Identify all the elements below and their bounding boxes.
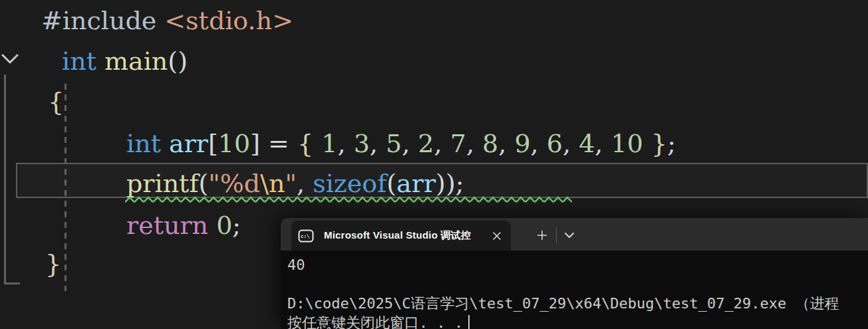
command-prompt-icon: c:\ bbox=[298, 229, 314, 243]
code-token-punct: , bbox=[466, 129, 482, 158]
terminal-line-output-value: 40 bbox=[287, 255, 868, 274]
code-token-preproc: #include bbox=[41, 6, 164, 35]
code-token-number: 1 bbox=[321, 129, 337, 158]
code-token-variable: arr bbox=[169, 129, 208, 158]
code-token-punct: , bbox=[370, 129, 386, 158]
code-token-punct: , bbox=[337, 129, 353, 158]
code-token-keyword: int bbox=[126, 129, 169, 158]
svg-text:c:\: c:\ bbox=[301, 233, 310, 239]
code-token-function: main bbox=[104, 47, 168, 76]
code-token-escape: \n bbox=[260, 169, 285, 198]
code-line-7[interactable]: } bbox=[45, 247, 61, 280]
fold-chevron-icon[interactable] bbox=[1, 53, 19, 65]
code-token-punct: , bbox=[498, 129, 514, 158]
code-line-2[interactable]: int main() bbox=[62, 45, 188, 78]
code-token-number: 0 bbox=[216, 211, 232, 240]
code-token-punct: ] bbox=[250, 129, 268, 158]
code-token-punct: , bbox=[402, 129, 418, 158]
code-token-variable: arr bbox=[396, 169, 436, 198]
code-line-4[interactable]: int arr[10] = { 1, 3, 5, 2, 7, 8, 9, 6, … bbox=[126, 127, 676, 160]
console-tab-bar: c:\ Microsoft Visual Studio 调试控 bbox=[281, 218, 868, 251]
chevron-down-icon bbox=[564, 232, 575, 239]
code-token-brace: { bbox=[48, 87, 64, 116]
code-token-keyword: int bbox=[62, 47, 104, 76]
code-token-punct: )) bbox=[436, 169, 456, 198]
code-token-punct: , bbox=[563, 129, 579, 158]
tab-dropdown-button[interactable] bbox=[559, 225, 579, 245]
code-token-punct: ; bbox=[667, 129, 676, 158]
code-token-punct: ; bbox=[232, 211, 241, 240]
terminal-prompt-text: 按任意键关闭此窗口. . . bbox=[287, 314, 463, 329]
terminal-line-process-path: D:\code\2025\C语言学习\test_07_29\x64\Debug\… bbox=[287, 294, 868, 313]
code-token-number: 8 bbox=[482, 129, 498, 158]
code-token-keyword_flow: return bbox=[126, 211, 216, 240]
code-token-punct: , bbox=[434, 129, 450, 158]
fold-scope-line-end bbox=[4, 282, 20, 284]
code-token-punct: , bbox=[297, 169, 313, 198]
plus-icon bbox=[537, 230, 547, 241]
fold-scope-line bbox=[4, 74, 6, 284]
debug-console-window[interactable]: c:\ Microsoft Visual Studio 调试控 40 D:\co… bbox=[281, 218, 868, 329]
code-token-number: 10 bbox=[611, 129, 643, 158]
code-token-punct: [ bbox=[208, 129, 218, 158]
close-icon[interactable] bbox=[490, 229, 504, 243]
code-token-brace: } bbox=[643, 129, 667, 158]
code-token-punct: = bbox=[268, 129, 297, 158]
code-token-punct: ( bbox=[386, 169, 396, 198]
code-token-number: 2 bbox=[418, 129, 434, 158]
code-token-brace: { bbox=[297, 129, 321, 158]
code-token-number: 3 bbox=[354, 129, 370, 158]
code-token-string: <stdio.h> bbox=[164, 6, 293, 35]
code-token-brace: } bbox=[45, 249, 61, 278]
code-token-string: "%d bbox=[208, 169, 260, 198]
code-line-3[interactable]: { bbox=[48, 85, 64, 118]
code-line-5[interactable]: printf("%d\n", sizeof(arr)); bbox=[126, 167, 464, 200]
terminal-line-blank bbox=[287, 274, 868, 294]
code-token-punct: () bbox=[168, 47, 188, 76]
new-tab-button[interactable] bbox=[532, 225, 552, 245]
code-token-number: 5 bbox=[386, 129, 402, 158]
terminal-cursor bbox=[468, 315, 470, 329]
code-line-1[interactable]: #include <stdio.h> bbox=[41, 4, 293, 37]
code-token-punct: ; bbox=[456, 169, 464, 198]
console-tab-title: Microsoft Visual Studio 调试控 bbox=[324, 229, 484, 242]
code-token-keyword: sizeof bbox=[313, 169, 386, 198]
code-token-punct: , bbox=[595, 129, 611, 158]
code-token-function: printf bbox=[126, 169, 198, 198]
code-token-number: 6 bbox=[547, 129, 563, 158]
terminal-output[interactable]: 40 D:\code\2025\C语言学习\test_07_29\x64\Deb… bbox=[281, 251, 868, 329]
code-token-number: 4 bbox=[579, 129, 595, 158]
console-tab[interactable]: c:\ Microsoft Visual Studio 调试控 bbox=[291, 221, 511, 251]
tab-bar-separator bbox=[556, 227, 557, 243]
code-token-number: 9 bbox=[514, 129, 530, 158]
code-token-number: 10 bbox=[218, 129, 250, 158]
code-line-6[interactable]: return 0; bbox=[126, 209, 241, 242]
code-token-punct: , bbox=[531, 129, 547, 158]
code-token-punct: ( bbox=[198, 169, 208, 198]
terminal-line-press-any-key: 按任意键关闭此窗口. . . bbox=[287, 313, 868, 329]
code-token-number: 7 bbox=[450, 129, 466, 158]
warning-squiggle-underline bbox=[125, 196, 572, 204]
code-token-string: " bbox=[285, 169, 296, 198]
